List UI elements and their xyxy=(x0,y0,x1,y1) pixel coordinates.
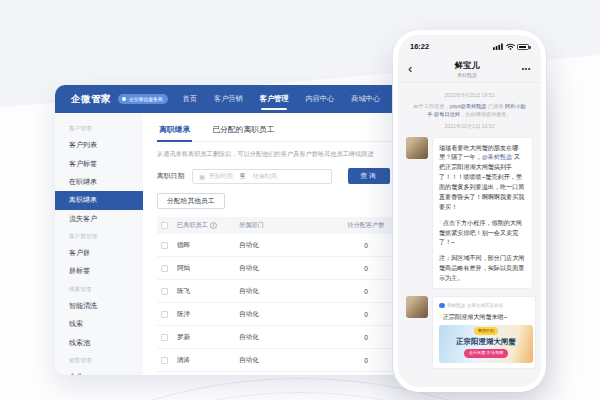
header-department: 所属部门 xyxy=(239,221,323,230)
message-bubble: 果鲜甄选 水果生鲜买菜外卖 ☟正宗阳澄湖大闸蟹来啦~ 蟹肥价到 正宗阳澄湖大闸蟹… xyxy=(432,296,536,369)
sidebar-item-leads[interactable]: 线索 xyxy=(55,315,143,333)
filter-label: 离职日期 xyxy=(157,171,184,181)
chat-header: ‹ 鲜宝儿 果鲜甄选 ••• xyxy=(398,55,541,83)
card-badge: 蟹肥价到 xyxy=(474,327,498,334)
select-all-checkbox[interactable] xyxy=(161,222,168,229)
chat-subtitle: 果鲜甄选 xyxy=(455,72,480,78)
row-checkbox[interactable] xyxy=(161,265,168,272)
assign-to-others-button[interactable]: 分配给其他员工 xyxy=(157,193,225,209)
sidebar-section-sales-mgmt: 销售管理 xyxy=(55,352,143,368)
phone-screen: 16:22 ‹ xyxy=(398,35,541,387)
chat-message: 果鲜甄选 水果生鲜买菜外卖 ☟正宗阳澄湖大闸蟹来啦~ 蟹肥价到 正宗阳澄湖大闸蟹… xyxy=(406,296,533,369)
status-bar: 16:22 xyxy=(398,35,541,55)
status-time: 16:22 xyxy=(410,42,429,51)
miniprogram-card[interactable]: 蟹肥价到 正宗阳澄湖大闸蟹 全斤足两 不活包赔 xyxy=(439,325,533,363)
sidebar-item-customer-tags[interactable]: 客户标签 xyxy=(55,154,143,172)
message-bubble: 瑞瑞看要吃大闸蟹的朋友在哪里？隔了一年，@果鲜甄选 又把正宗阳澄湖大闸蟹搞到手了… xyxy=(432,137,533,289)
chat-timestamp: 2021年9月25日 19:51 xyxy=(406,92,533,99)
chat-timestamp: 2021年10月1日 10:52 xyxy=(406,123,533,130)
mention-link[interactable]: @果鲜甄选 xyxy=(482,153,513,160)
chat-title: 鲜宝儿 xyxy=(455,60,480,71)
background-arc xyxy=(0,392,600,400)
calendar-icon: ▦ xyxy=(199,173,205,180)
date-separator: 至 xyxy=(240,172,246,181)
nav-item-home[interactable]: 首页 xyxy=(182,85,198,114)
sidebar-section-customer-mgmt: 客户管理 xyxy=(55,120,143,136)
back-chevron-icon[interactable]: ‹ xyxy=(408,62,412,75)
card-title: 正宗阳澄湖大闸蟹 xyxy=(456,336,516,348)
row-checkbox[interactable] xyxy=(161,311,168,318)
screenshot-stage: 企微管家 企业微信服务商 首页 客户营销 客户管理 内容中心 商城中心 会话存档… xyxy=(0,0,600,400)
employee-name: 陈洋 xyxy=(177,310,239,319)
sidebar: 客户管理 客户列表 客户标签 在职继承 离职继承 流失客户 客户群管理 客户群 … xyxy=(55,113,143,375)
employee-name: 阿灿 xyxy=(177,264,239,273)
sidebar-item-group-tags[interactable]: 群标签 xyxy=(55,262,143,280)
nav-item-marketing[interactable]: 客户营销 xyxy=(213,85,244,114)
employee-dept: 自动化 xyxy=(239,333,323,342)
nav-item-content-center[interactable]: 内容中心 xyxy=(304,85,335,114)
sidebar-section-leads-mgmt: 线索管理 xyxy=(55,281,143,297)
battery-icon xyxy=(517,44,529,50)
employee-dept: 自动化 xyxy=(239,287,323,296)
miniprogram-logo-icon xyxy=(439,303,445,309)
nav-item-mall-center[interactable]: 商城中心 xyxy=(350,85,381,114)
employee-name: 德晖 xyxy=(177,241,239,250)
system-notice: 由于工作变更，yoyo@果鲜甄选 已接替 阿朴小助手 @每日优鲜，为你继续提供服… xyxy=(406,102,533,119)
sidebar-item-resigned-inherit[interactable]: 离职继承 xyxy=(55,191,143,209)
start-date-placeholder: 开始时间 xyxy=(209,172,233,181)
row-checkbox[interactable] xyxy=(161,288,168,295)
mention-link[interactable]: yoyo@果鲜甄选 xyxy=(450,103,487,109)
employee-dept: 自动化 xyxy=(239,264,323,273)
sidebar-item-active-inherit[interactable]: 在职继承 xyxy=(55,173,143,191)
tab-resigned-inherit[interactable]: 离职继承 xyxy=(157,120,192,141)
badge-dot-icon xyxy=(122,97,126,101)
card-promo-pill: 全斤足两 不活包赔 xyxy=(464,349,509,358)
message-paragraph: 瑞瑞看要吃大闸蟹的朋友在哪里？隔了一年，@果鲜甄选 又把正宗阳澄湖大闸蟹搞到手了… xyxy=(439,143,526,212)
tab-assigned-employees[interactable]: 已分配的离职员工 xyxy=(210,120,276,141)
sidebar-item-enterprise[interactable]: 企业 xyxy=(55,368,143,375)
sidebar-item-lead-pool[interactable]: 线索池 xyxy=(55,333,143,351)
contact-avatar[interactable] xyxy=(406,137,428,159)
employee-name: 清涛 xyxy=(177,356,239,365)
sidebar-item-customer-groups[interactable]: 客户群 xyxy=(55,244,143,262)
service-provider-badge: 企业微信服务商 xyxy=(118,94,168,104)
employee-name: 罗新 xyxy=(177,333,239,342)
employee-dept: 自动化 xyxy=(239,356,323,365)
message-paragraph: ☟正宗阳澄湖大闸蟹来啦~ xyxy=(439,312,529,322)
search-button[interactable]: 查询 xyxy=(348,168,390,184)
phone-mockup: 16:22 ‹ xyxy=(393,30,546,392)
signal-icon xyxy=(493,43,503,50)
chat-message: 瑞瑞看要吃大闸蟹的朋友在哪里？隔了一年，@果鲜甄选 又把正宗阳澄湖大闸蟹搞到手了… xyxy=(406,137,533,289)
wifi-icon xyxy=(506,43,515,50)
employee-dept: 自动化 xyxy=(239,241,323,250)
row-checkbox[interactable] xyxy=(161,357,168,364)
message-paragraph: 注：因区域不同，部分门店大闸蟹商品略有差异，实际以页面显示为主。 xyxy=(439,253,526,283)
badge-label: 企业微信服务商 xyxy=(129,97,163,102)
row-checkbox[interactable] xyxy=(161,334,168,341)
miniprogram-source: 果鲜甄选 水果生鲜买菜外卖 xyxy=(439,302,529,309)
sidebar-item-lost-customers[interactable]: 流失客户 xyxy=(55,210,143,228)
row-checkbox[interactable] xyxy=(161,242,168,249)
chat-scroll-area[interactable]: 2021年9月25日 19:51 由于工作变更，yoyo@果鲜甄选 已接替 阿朴… xyxy=(398,83,541,387)
app-logo: 企微管家 xyxy=(71,93,111,106)
info-icon: i xyxy=(210,222,217,229)
nav-item-customer-mgmt[interactable]: 客户管理 xyxy=(259,85,290,114)
header-employee: 已离职员工 xyxy=(177,221,208,230)
more-menu-icon[interactable]: ••• xyxy=(522,65,531,72)
employee-dept: 自动化 xyxy=(239,310,323,319)
employee-name: 陈飞 xyxy=(177,287,239,296)
end-date-placeholder: 结束时间 xyxy=(253,172,277,181)
sidebar-item-smart-clean[interactable]: 智能清洗 xyxy=(55,297,143,315)
date-range-input[interactable]: ▦ 开始时间 至 结束时间 xyxy=(192,169,332,184)
contact-avatar[interactable] xyxy=(406,296,428,318)
sidebar-item-customer-list[interactable]: 客户列表 xyxy=(55,136,143,154)
sidebar-section-group-mgmt: 客户群管理 xyxy=(55,228,143,244)
message-paragraph: ☟点击下方小程序，假期的大闸蟹抓紧安排吧！别一会又卖完了！~ xyxy=(439,218,526,248)
